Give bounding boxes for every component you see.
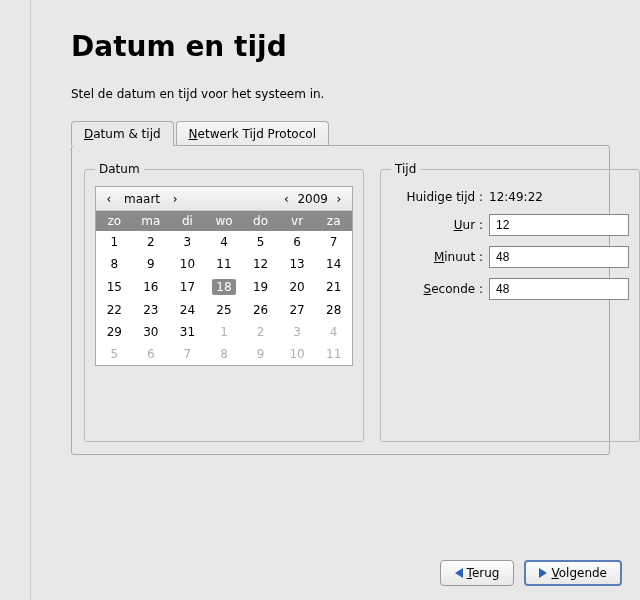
tab-ntp[interactable]: Netwerk Tijd Protocol (176, 121, 329, 145)
calendar-day[interactable]: 22 (96, 299, 133, 321)
calendar-day[interactable]: 10 (169, 253, 206, 275)
calendar-day[interactable]: 17 (169, 275, 206, 299)
arrow-left-icon (455, 568, 463, 578)
calendar-weekday: zo (96, 211, 133, 231)
calendar-day[interactable]: 18 (206, 275, 243, 299)
date-group: Datum ‹ maart › ‹ 2009 › zomadiwodovrza … (84, 162, 364, 442)
page-title: Datum en tijd (71, 30, 610, 63)
calendar-day[interactable]: 4 (315, 321, 352, 343)
time-legend: Tijd (391, 162, 420, 176)
current-time-label: Huidige tijd : (391, 190, 489, 204)
calendar-day[interactable]: 5 (242, 231, 279, 253)
calendar-day[interactable]: 14 (315, 253, 352, 275)
back-button[interactable]: Terug (440, 560, 515, 586)
calendar-day[interactable]: 9 (242, 343, 279, 365)
second-row: Seconde : ▴▾ (391, 278, 629, 300)
minute-input[interactable] (490, 247, 640, 267)
calendar-day[interactable]: 24 (169, 299, 206, 321)
calendar-day[interactable]: 6 (279, 231, 316, 253)
current-time-row: Huidige tijd : 12:49:22 (391, 190, 629, 204)
calendar-day[interactable]: 25 (206, 299, 243, 321)
tab-date-time[interactable]: Datum & tijd (71, 121, 174, 146)
calendar-grid: zomadiwodovrza 1234567891011121314151617… (96, 211, 352, 365)
calendar-day[interactable]: 12 (242, 253, 279, 275)
calendar-year-label[interactable]: 2009 (295, 192, 330, 206)
second-label: Seconde : (391, 282, 489, 296)
calendar-day[interactable]: 10 (279, 343, 316, 365)
prev-year-button[interactable]: ‹ (277, 192, 295, 206)
second-spinbox[interactable]: ▴▾ (489, 278, 629, 300)
calendar-day[interactable]: 20 (279, 275, 316, 299)
calendar-weekday: wo (206, 211, 243, 231)
minute-label: Minuut : (391, 250, 489, 264)
page-subtitle: Stel de datum en tijd voor het systeem i… (71, 87, 610, 101)
calendar-month-label[interactable]: maart (118, 192, 166, 206)
calendar-nav: ‹ maart › ‹ 2009 › (96, 187, 352, 211)
calendar-day[interactable]: 1 (206, 321, 243, 343)
hour-row: Uur : ▴▾ (391, 214, 629, 236)
calendar-day[interactable]: 2 (242, 321, 279, 343)
forward-button[interactable]: Volgende (524, 560, 622, 586)
hour-label: Uur : (391, 218, 489, 232)
calendar-day[interactable]: 15 (96, 275, 133, 299)
calendar-weekday: di (169, 211, 206, 231)
calendar-day[interactable]: 7 (315, 231, 352, 253)
time-group: Tijd Huidige tijd : 12:49:22 Uur : ▴▾ (380, 162, 640, 442)
calendar-day[interactable]: 23 (133, 299, 170, 321)
calendar-day[interactable]: 3 (169, 231, 206, 253)
tab-panel: Datum ‹ maart › ‹ 2009 › zomadiwodovrza … (71, 145, 610, 455)
tabs: Datum & tijd Netwerk Tijd Protocol (71, 121, 610, 145)
calendar-day[interactable]: 4 (206, 231, 243, 253)
calendar-day[interactable]: 13 (279, 253, 316, 275)
calendar-day[interactable]: 26 (242, 299, 279, 321)
calendar-day[interactable]: 8 (96, 253, 133, 275)
next-month-button[interactable]: › (166, 192, 184, 206)
current-time-value: 12:49:22 (489, 190, 629, 204)
calendar-day[interactable]: 16 (133, 275, 170, 299)
calendar-day[interactable]: 2 (133, 231, 170, 253)
date-legend: Datum (95, 162, 144, 176)
calendar-day[interactable]: 30 (133, 321, 170, 343)
minute-row: Minuut : ▴▾ (391, 246, 629, 268)
calendar-weekday: vr (279, 211, 316, 231)
calendar-day[interactable]: 21 (315, 275, 352, 299)
next-year-button[interactable]: › (330, 192, 348, 206)
calendar: ‹ maart › ‹ 2009 › zomadiwodovrza 123456… (95, 186, 353, 366)
calendar-day[interactable]: 28 (315, 299, 352, 321)
second-input[interactable] (490, 279, 640, 299)
calendar-day[interactable]: 3 (279, 321, 316, 343)
calendar-day[interactable]: 7 (169, 343, 206, 365)
calendar-day[interactable]: 29 (96, 321, 133, 343)
arrow-right-icon (539, 568, 547, 578)
minute-spinbox[interactable]: ▴▾ (489, 246, 629, 268)
footer: Terug Volgende (440, 560, 622, 586)
calendar-weekday: ma (133, 211, 170, 231)
calendar-day[interactable]: 27 (279, 299, 316, 321)
prev-month-button[interactable]: ‹ (100, 192, 118, 206)
hour-input[interactable] (490, 215, 640, 235)
calendar-day[interactable]: 11 (315, 343, 352, 365)
calendar-day[interactable]: 11 (206, 253, 243, 275)
calendar-day[interactable]: 8 (206, 343, 243, 365)
calendar-day[interactable]: 19 (242, 275, 279, 299)
calendar-weekday: za (315, 211, 352, 231)
calendar-day[interactable]: 9 (133, 253, 170, 275)
hour-spinbox[interactable]: ▴▾ (489, 214, 629, 236)
calendar-day[interactable]: 31 (169, 321, 206, 343)
calendar-day[interactable]: 6 (133, 343, 170, 365)
calendar-weekday: do (242, 211, 279, 231)
calendar-day[interactable]: 1 (96, 231, 133, 253)
calendar-day[interactable]: 5 (96, 343, 133, 365)
